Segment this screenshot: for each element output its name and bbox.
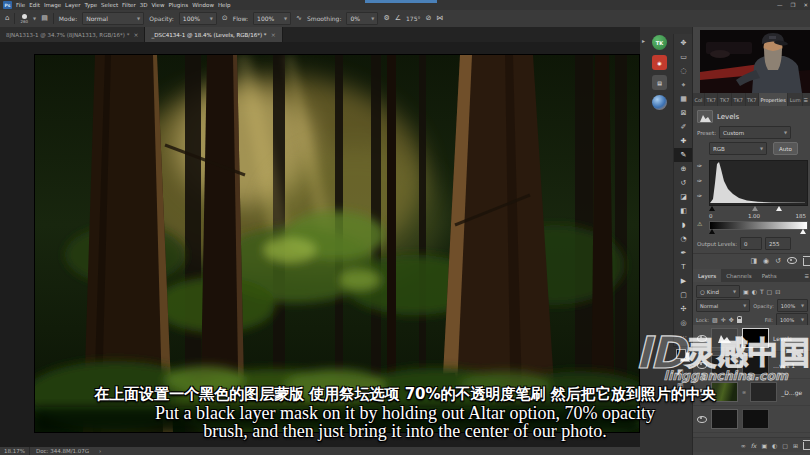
menu-item[interactable]: Image	[44, 2, 61, 8]
opacity-select[interactable]: 100%▼	[179, 12, 217, 25]
filter-shape-icon[interactable]: ▢	[767, 288, 773, 295]
tk-plugin-icon[interactable]: TK	[652, 35, 667, 50]
layer-row-photo[interactable]: ∞ _D…ge	[693, 379, 810, 406]
input-black-value[interactable]: 0	[709, 213, 713, 219]
panel-tab[interactable]: Col	[693, 93, 705, 106]
add-layer-mask-icon[interactable]: ▣	[761, 442, 767, 449]
filter-pixel-icon[interactable]: ▣	[743, 288, 749, 295]
panel-tab[interactable]: TK7	[746, 93, 760, 106]
layer-filter-select[interactable]: ○ Kind ▼	[696, 285, 740, 298]
new-adjustment-layer-icon[interactable]: ◐	[772, 442, 777, 449]
lock-all-icon[interactable]	[737, 319, 742, 323]
menu-item[interactable]: Plugins	[168, 2, 188, 8]
panel-tab[interactable]: TK7	[705, 93, 719, 106]
move-tool[interactable]: ✥	[674, 36, 693, 50]
layer-blend-mode-select[interactable]: Normal▼	[696, 299, 750, 312]
panel-tab[interactable]: TK7	[732, 93, 746, 106]
flow-select[interactable]: 100%▼	[253, 12, 291, 25]
menu-item[interactable]: File	[16, 2, 25, 8]
lock-paint-icon[interactable]: ✛	[721, 316, 726, 323]
object-selection-tool[interactable]: ⌖	[674, 78, 693, 92]
eyedropper-tool[interactable]: ✐	[674, 120, 693, 134]
layer-mask-thumbnail[interactable]	[742, 409, 769, 429]
menu-item[interactable]: Help	[218, 2, 231, 8]
home-icon[interactable]: ⌂	[5, 15, 9, 22]
smoothing-options-gear-icon[interactable]: ⚙	[383, 15, 389, 22]
clip-to-layer-icon[interactable]: ◨	[750, 257, 757, 265]
layer-mask-thumbnail[interactable]	[742, 355, 769, 375]
smoothing-select[interactable]: 0%▼	[346, 12, 378, 25]
sphere-plugin-icon[interactable]	[652, 95, 667, 110]
panel-tab[interactable]: TK7	[718, 93, 732, 106]
more-tools[interactable]: ⋯	[674, 330, 693, 344]
brush-tool[interactable]: ✎	[674, 148, 693, 162]
preset-select[interactable]: Custom▼	[719, 126, 791, 139]
menu-item[interactable]: Type	[84, 2, 97, 8]
layer-thumbnail[interactable]	[711, 409, 738, 429]
pen-tool[interactable]: ✒	[674, 246, 693, 260]
delete-layer-icon[interactable]	[803, 442, 810, 450]
menu-item[interactable]: Select	[101, 2, 118, 8]
layers-menu-icon[interactable]: ☰	[803, 269, 810, 282]
gray-point-eyedropper-icon[interactable]: ✑	[697, 177, 702, 184]
filter-adjustment-icon[interactable]: ◐	[752, 288, 757, 295]
tab-layers[interactable]: Layers	[693, 269, 721, 282]
status-chevron-icon[interactable]: ›	[99, 448, 101, 454]
output-white-slider[interactable]	[800, 229, 806, 234]
symmetry-icon[interactable]: ⋈	[436, 15, 443, 22]
filter-type-icon[interactable]: T	[760, 288, 764, 295]
menu-item[interactable]: Edit	[29, 2, 40, 8]
gray-plugin-icon[interactable]: ▤	[652, 75, 667, 90]
input-white-value[interactable]: 185	[796, 213, 807, 219]
new-group-icon[interactable]: ▢	[782, 442, 788, 449]
layer-visibility-eye-icon[interactable]	[697, 389, 707, 396]
chevron-down-icon[interactable]: ▼	[33, 16, 36, 21]
layer-thumbnail[interactable]	[711, 355, 738, 375]
clone-stamp-tool[interactable]: ⊕	[674, 162, 693, 176]
auto-button[interactable]: Auto	[773, 142, 798, 155]
document-tab-inactive[interactable]: 8JNA1313-1 @ 34.7% (8JNA1313, RGB/16*) *…	[0, 27, 145, 42]
layer-name[interactable]: _D…ge	[781, 389, 802, 396]
tab-channels[interactable]: Channels	[721, 269, 756, 282]
brush-preset-picker[interactable]: 260	[20, 14, 28, 24]
crop-tool[interactable]: ▦	[674, 92, 693, 106]
brush-angle-value[interactable]: 175°	[406, 15, 420, 22]
close-icon[interactable]: ×	[133, 31, 138, 38]
close-button[interactable]: ✕	[803, 2, 808, 8]
menu-item[interactable]: Window	[192, 2, 214, 8]
menu-item[interactable]: Layer	[65, 2, 80, 8]
history-brush-tool[interactable]: ↺	[674, 176, 693, 190]
menu-item[interactable]: Filter	[122, 2, 136, 8]
toggle-brush-panel-icon[interactable]: ▤	[41, 15, 48, 22]
eraser-tool[interactable]: ◪	[674, 190, 693, 204]
output-black-field[interactable]: 0	[740, 237, 762, 250]
lasso-tool[interactable]: ◌	[674, 64, 693, 78]
layer-opacity-field[interactable]: 100%▼	[777, 299, 808, 312]
path-selection-tool[interactable]: ▶	[674, 274, 693, 288]
layer-mask-thumbnail-selected[interactable]	[742, 328, 769, 348]
zoom-level-field[interactable]: 18.17%	[0, 447, 30, 455]
output-white-field[interactable]: 255	[765, 237, 791, 250]
input-gamma-value[interactable]: 1.00	[748, 213, 760, 219]
layer-style-fx-icon[interactable]: fx	[751, 442, 757, 449]
lock-transparency-icon[interactable]: ▨	[712, 316, 718, 323]
white-point-eyedropper-icon[interactable]: ✑	[697, 192, 702, 199]
photo-layer-thumbnail[interactable]	[711, 382, 738, 402]
delete-adjustment-icon[interactable]	[803, 258, 810, 266]
screen-mode-icon[interactable]: ▣	[677, 382, 684, 390]
channel-select[interactable]: RGB▼	[709, 142, 767, 155]
gradient-tool[interactable]: ◧	[674, 204, 693, 218]
layer-mask-thumbnail[interactable]	[750, 382, 777, 402]
collapse-dock-icon[interactable]: ▸	[642, 37, 645, 44]
layer-visibility-eye-icon[interactable]	[697, 416, 707, 423]
menu-item[interactable]: 3D	[140, 2, 148, 8]
layer-row-levels[interactable]: Levels	[693, 325, 810, 352]
highlight-input-slider[interactable]	[776, 206, 782, 211]
airbrush-icon[interactable]: ∿	[296, 15, 302, 22]
type-tool[interactable]: T	[674, 260, 693, 274]
layer-visibility-eye-icon[interactable]	[697, 335, 707, 342]
visibility-eye-icon[interactable]	[787, 257, 797, 264]
tab-paths[interactable]: Paths	[757, 269, 782, 282]
midtone-input-slider[interactable]	[752, 206, 758, 211]
link-layers-icon[interactable]: ∞	[741, 442, 746, 449]
